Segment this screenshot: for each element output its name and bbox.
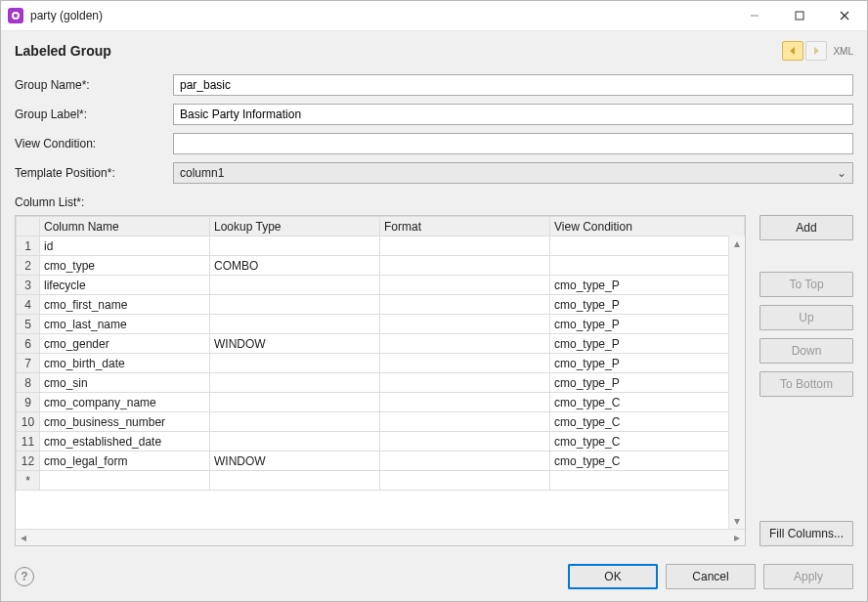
table-row[interactable]: 9cmo_company_namecmo_type_C <box>17 393 745 412</box>
group-name-input[interactable] <box>173 74 853 96</box>
cell-column-name[interactable]: cmo_last_name <box>40 315 210 334</box>
cell-format[interactable] <box>380 373 550 393</box>
table-row[interactable]: 4cmo_first_namecmo_type_P <box>17 295 745 315</box>
table-row[interactable]: 11cmo_established_datecmo_type_C <box>17 432 745 452</box>
cell-format[interactable] <box>380 315 550 334</box>
add-button[interactable]: Add <box>760 215 853 240</box>
cell-format[interactable] <box>380 393 550 412</box>
cancel-button[interactable]: Cancel <box>666 564 756 589</box>
ok-button[interactable]: OK <box>568 564 658 589</box>
vertical-scrollbar[interactable]: ▴ ▾ <box>728 236 745 529</box>
row-number: 2 <box>17 256 40 276</box>
maximize-button[interactable] <box>777 1 822 30</box>
close-button[interactable] <box>822 1 867 30</box>
help-button[interactable]: ? <box>15 567 34 586</box>
xml-mode-label[interactable]: XML <box>833 46 853 57</box>
col-header-format[interactable]: Format <box>380 217 550 236</box>
cell-format[interactable] <box>380 412 550 432</box>
cell-format[interactable] <box>380 452 550 471</box>
cell-column-name[interactable]: cmo_sin <box>40 373 210 393</box>
cell-lookup-type[interactable] <box>210 373 380 393</box>
cell-lookup-type[interactable] <box>210 315 380 334</box>
to-bottom-button[interactable]: To Bottom <box>760 371 853 397</box>
cell-view-condition[interactable]: cmo_type_P <box>550 276 745 295</box>
cell-format[interactable] <box>380 276 550 295</box>
table-row[interactable]: 2cmo_typeCOMBO <box>17 256 745 276</box>
table-row[interactable]: 10cmo_business_numbercmo_type_C <box>17 412 745 432</box>
down-button[interactable]: Down <box>760 338 853 364</box>
table-row[interactable]: 3lifecyclecmo_type_P <box>17 276 745 295</box>
cell-column-name[interactable]: cmo_established_date <box>40 432 210 452</box>
cell-view-condition[interactable]: cmo_type_C <box>550 452 745 471</box>
cell-view-condition[interactable]: cmo_type_P <box>550 354 745 373</box>
side-button-panel: Add To Top Up Down To Bottom Fill Column… <box>760 215 853 546</box>
cell-view-condition[interactable] <box>550 256 745 276</box>
cell-view-condition[interactable]: cmo_type_P <box>550 334 745 354</box>
template-position-select[interactable]: column1 ⌄ <box>173 162 853 184</box>
cell-lookup-type[interactable] <box>210 276 380 295</box>
cell-lookup-type[interactable]: COMBO <box>210 256 380 276</box>
to-top-button[interactable]: To Top <box>760 272 853 297</box>
cell-format[interactable] <box>380 236 550 256</box>
column-list-grid[interactable]: Column Name Lookup Type Format View Cond… <box>15 215 746 546</box>
cell-view-condition[interactable]: cmo_type_C <box>550 393 745 412</box>
nav-back-button[interactable] <box>782 41 803 61</box>
minimize-button[interactable] <box>732 1 777 30</box>
cell-column-name[interactable]: cmo_business_number <box>40 412 210 432</box>
cell-lookup-type[interactable] <box>210 432 380 452</box>
cell-view-condition[interactable]: cmo_type_P <box>550 373 745 393</box>
cell-format[interactable] <box>380 295 550 315</box>
cell-lookup-type[interactable] <box>210 393 380 412</box>
cell-view-condition[interactable] <box>550 236 745 256</box>
col-header-viewcond[interactable]: View Condition <box>550 217 745 236</box>
cell-column-name[interactable]: cmo_company_name <box>40 393 210 412</box>
view-condition-input[interactable] <box>173 133 853 154</box>
horizontal-scrollbar[interactable]: ◂ ▸ <box>16 529 745 545</box>
table-row[interactable]: 6cmo_genderWINDOWcmo_type_P <box>17 334 745 354</box>
cell-format[interactable] <box>380 354 550 373</box>
group-label-input[interactable] <box>173 104 853 125</box>
cell-lookup-type[interactable] <box>210 354 380 373</box>
cell-column-name[interactable]: cmo_type <box>40 256 210 276</box>
scroll-left-icon[interactable]: ◂ <box>16 530 31 545</box>
view-condition-label: View Condition: <box>15 137 173 150</box>
title-bar: party (golden) <box>1 1 867 31</box>
cell-column-name[interactable]: cmo_birth_date <box>40 354 210 373</box>
table-row[interactable]: 12cmo_legal_formWINDOWcmo_type_C <box>17 452 745 471</box>
cell-view-condition[interactable]: cmo_type_C <box>550 412 745 432</box>
cell-lookup-type[interactable]: WINDOW <box>210 452 380 471</box>
apply-button[interactable]: Apply <box>763 564 853 589</box>
table-row[interactable]: 5cmo_last_namecmo_type_P <box>17 315 745 334</box>
table-row[interactable]: 1id <box>17 236 745 256</box>
cell-lookup-type[interactable] <box>210 412 380 432</box>
cell-format[interactable] <box>380 334 550 354</box>
cell-format[interactable] <box>380 256 550 276</box>
cell-view-condition[interactable]: cmo_type_P <box>550 295 745 315</box>
cell-view-condition[interactable]: cmo_type_C <box>550 432 745 452</box>
cell-view-condition[interactable]: cmo_type_P <box>550 315 745 334</box>
table-row[interactable]: 7cmo_birth_datecmo_type_P <box>17 354 745 373</box>
scroll-right-icon[interactable]: ▸ <box>729 530 745 545</box>
chevron-down-icon: ⌄ <box>837 166 846 180</box>
cell-lookup-type[interactable]: WINDOW <box>210 334 380 354</box>
cell-column-name[interactable]: cmo_first_name <box>40 295 210 315</box>
cell-column-name[interactable]: id <box>40 236 210 256</box>
nav-forward-button[interactable] <box>805 41 827 61</box>
up-button[interactable]: Up <box>760 305 853 330</box>
scroll-down-icon[interactable]: ▾ <box>729 513 745 529</box>
col-header-lookup[interactable]: Lookup Type <box>210 217 380 236</box>
cell-column-name[interactable]: cmo_legal_form <box>40 452 210 471</box>
cell-lookup-type[interactable] <box>210 236 380 256</box>
row-number: 9 <box>17 393 40 412</box>
cell-lookup-type[interactable] <box>210 295 380 315</box>
cell-column-name[interactable]: cmo_gender <box>40 334 210 354</box>
cell-column-name[interactable]: lifecycle <box>40 276 210 295</box>
col-header-name[interactable]: Column Name <box>40 217 210 236</box>
table-row[interactable]: 8cmo_sincmo_type_P <box>17 373 745 393</box>
fill-columns-button[interactable]: Fill Columns... <box>760 521 853 546</box>
scroll-up-icon[interactable]: ▴ <box>729 236 745 251</box>
table-new-row[interactable]: * <box>17 471 745 491</box>
row-number: 7 <box>17 354 40 373</box>
dialog-body: Labeled Group XML Group Name*: Group Lab… <box>1 31 867 601</box>
cell-format[interactable] <box>380 432 550 452</box>
